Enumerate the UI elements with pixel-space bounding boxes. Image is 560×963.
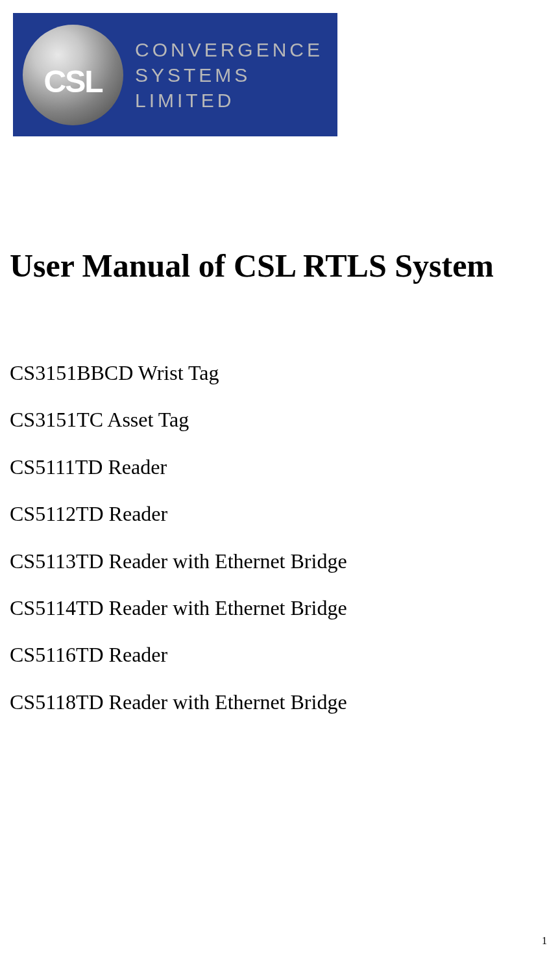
product-item: CS3151BBCD Wrist Tag: [10, 360, 347, 385]
logo-sphere: CSL: [23, 25, 123, 125]
company-name: CONVERGENCE SYSTEMS LIMITED: [135, 37, 337, 113]
logo-sphere-text: CSL: [44, 64, 103, 99]
product-item: CS5118TD Reader with Ethernet Bridge: [10, 690, 347, 714]
product-list: CS3151BBCD Wrist Tag CS3151TC Asset Tag …: [10, 360, 347, 736]
product-item: CS5114TD Reader with Ethernet Bridge: [10, 595, 347, 620]
company-line-2: SYSTEMS LIMITED: [135, 62, 337, 113]
product-item: CS5111TD Reader: [10, 455, 347, 479]
logo-banner: CSL CONVERGENCE SYSTEMS LIMITED: [13, 13, 337, 136]
page-number: 1: [542, 935, 547, 947]
product-item: CS5113TD Reader with Ethernet Bridge: [10, 549, 347, 573]
product-item: CS5112TD Reader: [10, 501, 347, 526]
company-line-1: CONVERGENCE: [135, 37, 337, 62]
document-title: User Manual of CSL RTLS System: [10, 247, 494, 284]
product-item: CS5116TD Reader: [10, 642, 347, 667]
product-item: CS3151TC Asset Tag: [10, 407, 347, 432]
